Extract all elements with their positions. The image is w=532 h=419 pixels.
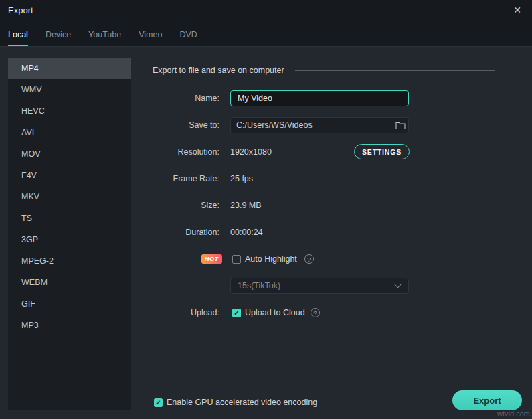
name-label: Name: (146, 90, 219, 106)
browse-folder-button[interactable] (392, 118, 408, 133)
sidebar-item-mov[interactable]: MOV (8, 143, 131, 165)
sidebar-item-mp4[interactable]: MP4 (8, 58, 131, 79)
sidebar-item-mpeg2[interactable]: MPEG-2 (8, 250, 131, 272)
tab-vimeo[interactable]: Vimeo (139, 30, 162, 46)
gpu-encoding-label: Enable GPU accelerated video encoding (167, 394, 317, 410)
sidebar-item-ts[interactable]: TS (8, 207, 131, 229)
section-heading: Export to file and save on computer (153, 64, 495, 77)
sidebar-item-f4v[interactable]: F4V (8, 165, 131, 186)
save-to-label: Save to: (146, 117, 219, 133)
gpu-encoding-checkbox[interactable]: ✓ (154, 398, 163, 407)
hot-badge: HOT (201, 254, 222, 264)
sidebar-item-mkv[interactable]: MKV (8, 186, 131, 207)
size-value: 23.9 MB (230, 197, 262, 214)
tab-dvd[interactable]: DVD (179, 30, 197, 46)
auto-highlight-checkbox[interactable]: ✓ (232, 255, 241, 264)
export-dialog: Export ✕ Local Device YouTube Vimeo DVD … (0, 0, 532, 419)
auto-highlight-help-icon[interactable]: ? (304, 254, 314, 264)
question-mark-glyph: ? (313, 309, 317, 317)
upload-to-cloud-checkbox[interactable]: ✓ (232, 309, 241, 317)
auto-highlight-label: Auto Highlight (245, 251, 297, 267)
export-button[interactable]: Export (452, 390, 522, 410)
check-icon: ✓ (234, 310, 239, 317)
window-title: Export (8, 5, 33, 15)
close-icon: ✕ (513, 5, 521, 15)
highlight-duration-value: 15s(TikTok) (231, 281, 395, 290)
duration-label: Duration: (146, 224, 219, 240)
resolution-value: 1920x1080 (230, 144, 272, 160)
titlebar: Export ✕ (0, 0, 532, 20)
close-button[interactable]: ✕ (511, 3, 524, 17)
tabbar: Local Device YouTube Vimeo DVD (0, 20, 532, 47)
sidebar-item-mp3[interactable]: MP3 (8, 315, 131, 336)
frame-rate-label: Frame Rate: (146, 171, 219, 187)
save-to-field[interactable]: C:/Users/WS/Videos (230, 117, 409, 133)
sidebar-item-3gp[interactable]: 3GP (8, 229, 131, 250)
upload-to-cloud-label: Upload to Cloud (245, 305, 305, 321)
format-list: MP4 WMV HEVC AVI MOV F4V MKV TS 3GP MPEG… (8, 58, 131, 410)
frame-rate-value: 25 fps (230, 171, 253, 187)
settings-button[interactable]: SETTINGS (354, 144, 410, 159)
tab-local[interactable]: Local (8, 30, 28, 46)
sidebar-item-gif[interactable]: GIF (8, 293, 131, 315)
size-label: Size: (146, 197, 219, 214)
section-title: Export to file and save on computer (153, 66, 284, 75)
upload-help-icon[interactable]: ? (311, 308, 320, 317)
resolution-label: Resolution: (146, 144, 219, 160)
tab-device[interactable]: Device (46, 30, 71, 46)
highlight-duration-dropdown[interactable]: 15s(TikTok) (230, 278, 409, 294)
sidebar-item-avi[interactable]: AVI (8, 122, 131, 143)
section-divider (295, 70, 495, 71)
name-input[interactable] (230, 90, 409, 106)
check-icon: ✓ (155, 400, 161, 406)
duration-value: 00:00:24 (230, 224, 263, 240)
sidebar-item-wmv[interactable]: WMV (8, 79, 131, 100)
folder-icon (395, 121, 406, 130)
watermark: wtvid.com (497, 410, 530, 418)
tab-youtube[interactable]: YouTube (88, 30, 121, 46)
chevron-down-icon (395, 281, 402, 288)
sidebar-item-webm[interactable]: WEBM (8, 272, 131, 293)
question-mark-glyph: ? (307, 256, 311, 263)
sidebar-item-hevc[interactable]: HEVC (8, 100, 131, 122)
save-to-path: C:/Users/WS/Videos (231, 120, 392, 130)
upload-label: Upload: (146, 305, 219, 321)
